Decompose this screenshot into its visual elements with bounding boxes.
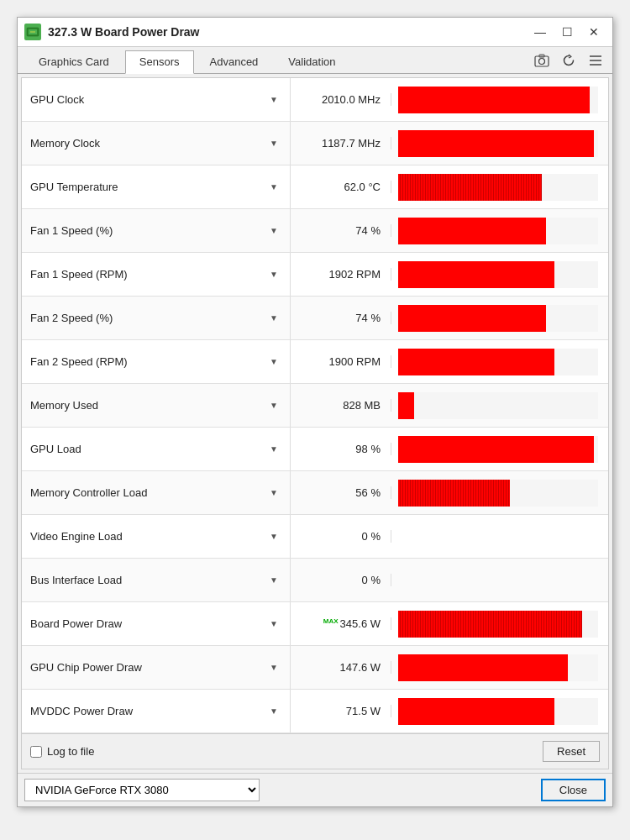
sensor-value-fan2-speed-rpm: 1900 RPM <box>291 355 391 368</box>
bar-fill-gpu-chip-power-draw <box>398 654 568 681</box>
sensor-label: GPU Load <box>30 443 81 455</box>
dropdown-icon[interactable]: ▼ <box>270 488 278 497</box>
dropdown-icon[interactable]: ▼ <box>270 619 278 628</box>
bar-container-gpu-load <box>398 436 598 463</box>
window-controls: — ☐ ✕ <box>528 23 606 41</box>
sensor-name-fan2-speed-pct: Fan 2 Speed (%) ▼ <box>22 297 291 339</box>
sensor-row: MVDDC Power Draw ▼ 71.5 W <box>22 690 608 733</box>
dropdown-icon[interactable]: ▼ <box>270 663 278 672</box>
dropdown-icon[interactable]: ▼ <box>270 706 278 716</box>
sensor-value-gpu-temperature: 62.0 °C <box>291 181 391 193</box>
dropdown-icon[interactable]: ▼ <box>270 532 278 541</box>
sensor-bar-area-memory-used <box>391 384 608 427</box>
sensor-name-board-power-draw: Board Power Draw ▼ <box>22 602 291 645</box>
sensor-bar-area-mvddc-power-draw <box>391 690 608 732</box>
sensor-label: Fan 2 Speed (%) <box>30 312 113 324</box>
bar-fill-gpu-load <box>398 436 594 463</box>
sensor-value-bus-interface-load: 0 % <box>291 574 391 586</box>
sensor-value-video-engine-load: 0 % <box>291 530 391 543</box>
camera-button[interactable] <box>532 51 552 70</box>
dropdown-icon[interactable]: ▼ <box>270 95 278 104</box>
dropdown-icon[interactable]: ▼ <box>270 401 278 410</box>
dropdown-icon[interactable]: ▼ <box>270 139 278 148</box>
reset-button[interactable]: Reset <box>543 741 600 762</box>
sensor-label: Video Engine Load <box>30 530 123 543</box>
sensor-value-gpu-load: 98 % <box>291 443 391 455</box>
sensor-value-board-power-draw: MAX345.6 W <box>291 617 391 630</box>
dropdown-icon[interactable]: ▼ <box>270 226 278 235</box>
sensor-label: Fan 1 Speed (RPM) <box>30 268 128 281</box>
bar-container-mvddc-power-draw <box>398 698 598 725</box>
dropdown-icon[interactable]: ▼ <box>270 182 278 192</box>
sensor-name-memory-controller-load: Memory Controller Load ▼ <box>22 471 291 514</box>
sensor-name-mvddc-power-draw: MVDDC Power Draw ▼ <box>22 690 291 732</box>
bar-container-memory-controller-load <box>398 480 598 507</box>
bottom-bar: Log to file Reset <box>22 733 608 769</box>
dropdown-icon[interactable]: ▼ <box>270 357 278 366</box>
sensor-bar-area-fan2-speed-rpm <box>391 340 608 383</box>
bar-fill-fan1-speed-rpm <box>398 261 554 288</box>
tab-advanced[interactable]: Advanced <box>196 50 273 73</box>
minimize-button[interactable]: — <box>528 23 552 41</box>
sensor-label: Memory Used <box>30 399 98 412</box>
bar-fill-mvddc-power-draw <box>398 698 554 725</box>
bar-container-fan1-speed-pct <box>398 218 598 244</box>
sensor-name-gpu-temperature: GPU Temperature ▼ <box>22 165 291 208</box>
sensor-name-gpu-clock: GPU Clock ▼ <box>22 78 291 121</box>
bar-fill-memory-clock <box>398 130 594 157</box>
sensor-bar-area-memory-clock <box>391 122 608 165</box>
sensor-label: GPU Chip Power Draw <box>30 661 142 674</box>
window-title: 327.3 W Board Power Draw <box>48 25 200 39</box>
bar-fill-fan2-speed-pct <box>398 305 546 332</box>
log-checkbox[interactable] <box>30 746 42 758</box>
dropdown-icon[interactable]: ▼ <box>270 444 278 454</box>
sensor-value-fan1-speed-pct: 74 % <box>291 224 391 237</box>
sensor-bar-area-fan1-speed-pct <box>391 209 608 252</box>
svg-point-4 <box>539 59 545 65</box>
gpu-selector[interactable]: NVIDIA GeForce RTX 3080 <box>24 779 260 801</box>
sensors-list[interactable]: GPU Clock ▼ 2010.0 MHz Memory Clock ▼ 11… <box>22 78 608 733</box>
content-area: GPU Clock ▼ 2010.0 MHz Memory Clock ▼ 11… <box>21 77 609 769</box>
bar-container-memory-used <box>398 392 598 419</box>
sensor-row: Memory Used ▼ 828 MB <box>22 384 608 428</box>
bar-fill-fan1-speed-pct <box>398 218 546 244</box>
bar-container-fan1-speed-rpm <box>398 261 598 288</box>
sensor-name-gpu-load: GPU Load ▼ <box>22 428 291 470</box>
bar-fill-memory-controller-load <box>398 480 510 507</box>
tab-validation[interactable]: Validation <box>274 50 349 73</box>
sensor-row: GPU Chip Power Draw ▼ 147.6 W <box>22 646 608 690</box>
sensor-row: Fan 1 Speed (RPM) ▼ 1902 RPM <box>22 253 608 297</box>
sensor-value-gpu-clock: 2010.0 MHz <box>291 93 391 106</box>
dropdown-icon[interactable]: ▼ <box>270 575 278 585</box>
sensor-label: MVDDC Power Draw <box>30 705 133 717</box>
sensor-bar-area-fan1-speed-rpm <box>391 253 608 296</box>
sensor-bar-area-bus-interface-load <box>391 559 608 601</box>
bar-fill-board-power-draw <box>398 611 582 638</box>
sensor-name-bus-interface-load: Bus Interface Load ▼ <box>22 559 291 601</box>
close-button[interactable]: Close <box>541 779 606 801</box>
bar-fill-memory-used <box>398 392 414 419</box>
menu-button[interactable] <box>585 51 606 70</box>
tab-bar: Graphics Card Sensors Advanced Validatio… <box>18 47 612 74</box>
sensor-row: Fan 1 Speed (%) ▼ 74 % <box>22 209 608 253</box>
bar-container-fan2-speed-rpm <box>398 349 598 375</box>
tab-graphics-card[interactable]: Graphics Card <box>24 50 123 73</box>
app-icon <box>24 24 41 40</box>
dropdown-icon[interactable]: ▼ <box>270 313 278 323</box>
sensor-bar-area-gpu-clock <box>391 78 608 121</box>
tab-sensors[interactable]: Sensors <box>125 50 194 74</box>
sensor-row: Fan 2 Speed (RPM) ▼ 1900 RPM <box>22 340 608 384</box>
log-label: Log to file <box>47 745 94 758</box>
bar-container-fan2-speed-pct <box>398 305 598 332</box>
main-window: 327.3 W Board Power Draw — ☐ ✕ Graphics … <box>17 17 613 807</box>
sensor-row: GPU Load ▼ 98 % <box>22 428 608 471</box>
sensor-label: GPU Temperature <box>30 181 118 193</box>
sensor-name-video-engine-load: Video Engine Load ▼ <box>22 515 291 558</box>
maximize-button[interactable]: ☐ <box>555 23 579 41</box>
close-window-button[interactable]: ✕ <box>582 23 606 41</box>
dropdown-icon[interactable]: ▼ <box>270 270 278 279</box>
sensor-label: Memory Controller Load <box>30 486 147 499</box>
footer: NVIDIA GeForce RTX 3080 Close <box>18 773 612 806</box>
refresh-button[interactable] <box>559 51 579 70</box>
sensor-bar-area-gpu-chip-power-draw <box>391 646 608 689</box>
